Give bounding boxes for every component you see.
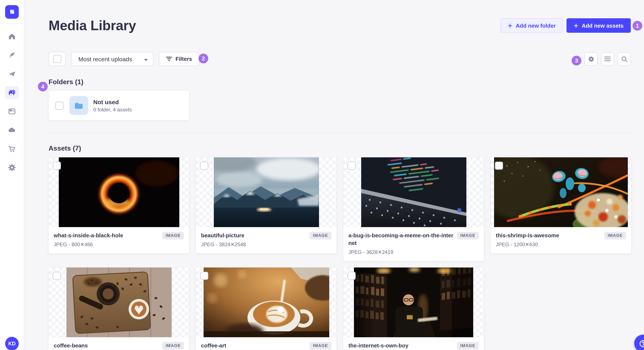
asset-thumbnail (196, 268, 336, 337)
sidebar-item-media-library[interactable] (5, 86, 19, 99)
sidebar-nav (0, 30, 24, 174)
header-actions: Add new folder Add new assets (500, 18, 631, 33)
search-icon (621, 55, 628, 62)
asset-card[interactable]: beautiful-picture IMAGE JPEG - 3824✕2548 (196, 157, 336, 253)
asset-card[interactable]: coffee-beans IMAGE JPEG - 5021✕3347 (48, 268, 189, 350)
sidebar-item-marketplace[interactable] (5, 143, 19, 155)
asset-footer: beautiful-picture IMAGE JPEG - 3824✕2548 (196, 227, 336, 253)
cog-icon (588, 55, 594, 62)
strapi-logo-icon (8, 8, 16, 16)
folder-checkbox[interactable] (55, 101, 64, 110)
filters-button[interactable]: Filters (159, 52, 199, 66)
list-view-button[interactable] (601, 52, 614, 65)
asset-checkbox[interactable] (348, 162, 356, 170)
asset-thumbnail (343, 268, 484, 337)
sidebar-item-content-type-builder[interactable] (5, 105, 19, 118)
asset-type-badge: IMAGE (457, 342, 479, 350)
asset-checkbox[interactable] (200, 272, 208, 280)
cart-icon (8, 145, 16, 153)
section-divider (48, 133, 631, 133)
asset-meta: JPEG - 800✕466 (54, 242, 184, 247)
sidebar-item-home[interactable] (5, 30, 19, 43)
asset-thumbnail (48, 268, 189, 337)
annotation-badge-3: 3 (572, 56, 582, 65)
home-icon (8, 32, 16, 41)
page-title: Media Library (48, 17, 136, 34)
asset-type-badge: IMAGE (162, 232, 184, 239)
asset-checkbox[interactable] (53, 272, 61, 280)
asset-name: coffee-beans (54, 342, 162, 350)
search-button[interactable] (618, 52, 631, 65)
asset-footer: coffee-art IMAGE JPEG - 5824✕3259 (196, 337, 336, 350)
asset-meta: JPEG - 3628✕2419 (348, 249, 479, 255)
asset-card[interactable]: coffee-art IMAGE JPEG - 5824✕3259 (196, 268, 336, 350)
asset-name: what-s-inside-a-black-hole (54, 232, 162, 239)
folder-icon-badge (70, 96, 88, 115)
folder-meta: 0 folder, 4 assets (93, 107, 132, 113)
asset-checkbox[interactable] (200, 162, 208, 170)
plus-icon (508, 23, 512, 28)
sidebar-item-content[interactable] (5, 49, 19, 62)
folder-name: Not used (93, 98, 132, 105)
filter-icon (166, 57, 172, 61)
asset-checkbox[interactable] (348, 272, 356, 280)
gear-icon (8, 163, 16, 172)
asset-name: coffee-art (201, 342, 310, 350)
filters-label: Filters (176, 56, 192, 62)
feather-icon (8, 51, 16, 59)
annotation-badge-1: 1 (632, 21, 642, 31)
grid-settings-button[interactable] (584, 52, 598, 65)
asset-footer: this-shrimp-is-awesome IMAGE JPEG - 1200… (491, 227, 631, 253)
add-new-folder-button[interactable]: Add new folder (500, 18, 563, 33)
asset-thumbnail (343, 157, 484, 227)
asset-meta: JPEG - 1200✕630 (496, 242, 626, 247)
asset-name: beautiful-picture (201, 232, 310, 239)
asset-card[interactable]: the-internet-s-own-boy IMAGE JPEG - 1200… (343, 268, 484, 350)
select-all-container (48, 52, 66, 66)
asset-card[interactable]: this-shrimp-is-awesome IMAGE JPEG - 1200… (491, 157, 631, 253)
list-icon (604, 57, 611, 61)
add-new-folder-label: Add new folder (516, 22, 556, 29)
asset-checkbox[interactable] (495, 162, 503, 170)
asset-footer: the-internet-s-own-boy IMAGE JPEG - 1200… (343, 337, 484, 350)
asset-card[interactable]: what-s-inside-a-black-hole IMAGE JPEG - … (48, 157, 189, 253)
layout-icon (8, 107, 16, 116)
asset-thumbnail (491, 157, 631, 227)
main-content: Media Library Add new folder Add new ass… (24, 0, 644, 350)
view-controls (584, 52, 631, 65)
asset-meta: JPEG - 3824✕2548 (201, 242, 331, 247)
app-logo[interactable] (5, 5, 19, 19)
asset-footer: what-s-inside-a-black-hole IMAGE JPEG - … (48, 227, 189, 253)
sidebar-item-cloud[interactable] (5, 124, 19, 137)
asset-footer: a-bug-is-becoming-a-meme-on-the-internet… (343, 227, 484, 261)
add-new-assets-label: Add new assets (582, 22, 624, 29)
folder-icon (74, 100, 84, 111)
media-library-icon (8, 88, 16, 97)
assets-grid: what-s-inside-a-black-hole IMAGE JPEG - … (48, 157, 631, 350)
asset-type-badge: IMAGE (162, 342, 184, 350)
add-new-assets-button[interactable]: Add new assets (566, 18, 631, 33)
asset-name: a-bug-is-becoming-a-meme-on-the-internet (348, 232, 457, 247)
sidebar-item-settings[interactable] (5, 161, 19, 174)
asset-card[interactable]: a-bug-is-becoming-a-meme-on-the-internet… (343, 157, 484, 261)
user-avatar[interactable]: KD (5, 337, 19, 350)
folder-card[interactable]: Not used 0 folder, 4 assets (48, 91, 189, 120)
page-header: Media Library Add new folder Add new ass… (48, 17, 631, 34)
asset-type-badge: IMAGE (310, 232, 331, 239)
asset-name: the-internet-s-own-boy (348, 342, 457, 350)
chevron-down-icon (144, 55, 148, 62)
asset-thumbnail (196, 157, 336, 227)
paper-plane-icon (8, 70, 16, 78)
sort-dropdown[interactable]: Most recent uploads (71, 52, 153, 66)
question-icon (639, 339, 644, 348)
asset-type-badge: IMAGE (604, 232, 626, 239)
app-window: KD Media Library Add new folder Add new … (0, 0, 644, 350)
asset-thumbnail (48, 157, 189, 227)
sidebar: KD (0, 0, 24, 350)
sidebar-item-deploy[interactable] (5, 68, 19, 80)
select-all-checkbox[interactable] (53, 55, 61, 63)
asset-footer: coffee-beans IMAGE JPEG - 5021✕3347 (48, 337, 189, 350)
toolbar: Most recent uploads Filters (48, 52, 631, 66)
asset-checkbox[interactable] (53, 162, 61, 170)
plus-icon (574, 23, 578, 28)
